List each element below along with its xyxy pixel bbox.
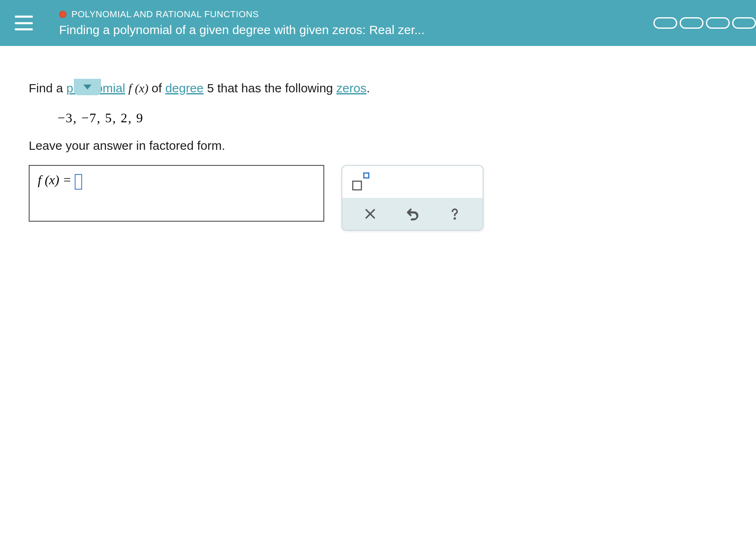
clear-button[interactable] bbox=[361, 205, 379, 223]
header-text: POLYNOMIAL AND RATIONAL FUNCTIONS Findin… bbox=[59, 9, 425, 37]
tool-panel bbox=[341, 165, 483, 231]
menu-icon[interactable] bbox=[15, 16, 33, 30]
header-bar: POLYNOMIAL AND RATIONAL FUNCTIONS Findin… bbox=[0, 0, 756, 46]
progress-pill bbox=[680, 17, 703, 29]
question-suffix: . bbox=[367, 81, 370, 95]
zeros-list: −3, −7, 5, 2, 9 bbox=[57, 110, 727, 126]
chevron-down-icon[interactable] bbox=[74, 79, 101, 95]
tool-top-row bbox=[342, 166, 483, 198]
status-dot-icon bbox=[59, 11, 66, 18]
instruction-text: Leave your answer in factored form. bbox=[29, 139, 727, 153]
tool-bottom-row bbox=[342, 198, 483, 230]
svg-point-2 bbox=[454, 218, 455, 219]
question-of: of bbox=[151, 81, 165, 95]
answer-area: f (x) = bbox=[29, 165, 727, 231]
question-text: Find a polynomial f (x) of degree 5 that… bbox=[29, 79, 727, 97]
question-prefix: Find a bbox=[29, 81, 66, 95]
progress-indicator bbox=[653, 17, 756, 29]
category-label: POLYNOMIAL AND RATIONAL FUNCTIONS bbox=[71, 9, 259, 20]
degree-value: 5 that has the following bbox=[204, 81, 337, 95]
progress-pill bbox=[732, 17, 756, 29]
fx-notation: f (x) bbox=[125, 81, 151, 95]
math-input-cursor[interactable] bbox=[75, 174, 82, 190]
category-row: POLYNOMIAL AND RATIONAL FUNCTIONS bbox=[59, 9, 425, 20]
answer-input-box[interactable]: f (x) = bbox=[29, 165, 324, 222]
undo-button[interactable] bbox=[403, 205, 422, 223]
term-degree-link[interactable]: degree bbox=[165, 81, 204, 95]
exponent-tool-icon[interactable] bbox=[352, 173, 369, 190]
answer-lhs: f (x) = bbox=[38, 172, 71, 188]
help-button[interactable] bbox=[446, 205, 464, 223]
progress-pill bbox=[706, 17, 730, 29]
content-area: Find a polynomial f (x) of degree 5 that… bbox=[0, 79, 756, 231]
page-title: Finding a polynomial of a given degree w… bbox=[59, 23, 425, 37]
progress-pill bbox=[653, 17, 677, 29]
term-zeros-link[interactable]: zeros bbox=[337, 81, 367, 95]
